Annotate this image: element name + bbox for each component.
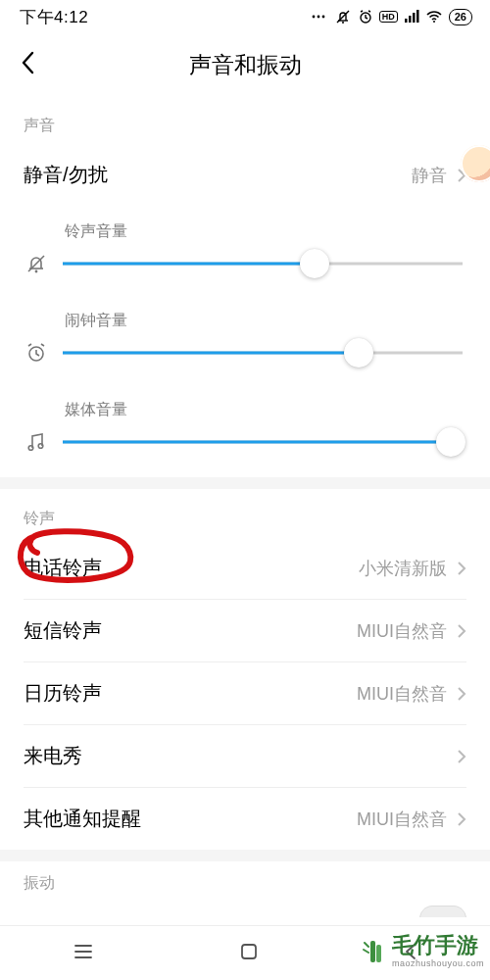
status-bar: 下午4:12 HD 26 xyxy=(0,0,490,33)
section-gap xyxy=(0,477,490,489)
row-value-text: 小米清新版 xyxy=(359,557,447,580)
row-title: 电话铃声 xyxy=(24,555,102,581)
svg-point-3 xyxy=(342,22,344,24)
row-value xyxy=(457,749,466,764)
music-note-icon xyxy=(24,430,49,454)
row-value: MIUI自然音 xyxy=(357,619,466,643)
row-value-text: MIUI自然音 xyxy=(357,619,447,643)
alarm-clock-icon xyxy=(358,9,373,24)
chevron-right-icon xyxy=(457,749,466,764)
section-gap xyxy=(0,850,490,861)
row-phone-ringtone[interactable]: 电话铃声 小米清新版 xyxy=(0,537,490,599)
bell-mute-icon xyxy=(24,252,49,275)
svg-point-15 xyxy=(38,444,43,449)
assistant-avatar[interactable] xyxy=(461,145,490,182)
row-value: 小米清新版 xyxy=(359,557,466,580)
battery-indicator: 26 xyxy=(449,9,472,25)
nav-home-button[interactable] xyxy=(239,942,259,965)
slider-label: 媒体音量 xyxy=(65,400,463,420)
status-dots-icon xyxy=(311,12,328,22)
row-title: 静音/勿扰 xyxy=(24,162,108,188)
vibrate-mute-icon xyxy=(334,9,352,24)
nav-back-button[interactable] xyxy=(404,942,417,965)
svg-rect-19 xyxy=(242,945,256,958)
row-value-text: MIUI自然音 xyxy=(357,808,447,831)
row-title: 来电秀 xyxy=(24,743,82,769)
back-button[interactable] xyxy=(20,49,37,80)
svg-point-10 xyxy=(433,21,435,23)
svg-rect-7 xyxy=(409,16,412,23)
chevron-right-icon xyxy=(457,623,466,639)
page-title: 声音和振动 xyxy=(0,50,490,80)
slider-row-alarm: 闹钟音量 xyxy=(0,295,490,384)
row-calendar-ringtone[interactable]: 日历铃声 MIUI自然音 xyxy=(0,662,490,724)
row-title: 短信铃声 xyxy=(24,617,102,644)
slider-row-ringtone: 铃声音量 xyxy=(0,206,490,295)
svg-rect-6 xyxy=(405,19,408,23)
row-silent-dnd[interactable]: 静音/勿扰 静音 xyxy=(0,144,490,206)
nav-recent-button[interactable] xyxy=(73,943,94,964)
svg-point-14 xyxy=(28,446,33,451)
row-call-show[interactable]: 来电秀 xyxy=(0,725,490,787)
signal-bars-icon xyxy=(404,10,419,24)
row-vibration-cutoff[interactable] xyxy=(0,898,490,917)
chevron-right-icon xyxy=(457,686,466,702)
svg-rect-9 xyxy=(416,10,419,23)
page-header: 声音和振动 xyxy=(0,33,490,96)
row-value: MIUI自然音 xyxy=(357,808,466,831)
section-label-ringtone: 铃声 xyxy=(0,489,490,537)
svg-rect-8 xyxy=(413,13,416,23)
row-value: 静音 xyxy=(412,164,466,187)
row-title: 日历铃声 xyxy=(24,680,102,707)
signal-hd-icon: HD xyxy=(379,11,398,24)
row-value: MIUI自然音 xyxy=(357,682,466,706)
status-time: 下午4:12 xyxy=(20,6,88,28)
row-title: 其他通知提醒 xyxy=(24,806,141,832)
chevron-right-icon xyxy=(457,811,466,827)
row-value-text: MIUI自然音 xyxy=(357,682,447,706)
row-sms-ringtone[interactable]: 短信铃声 MIUI自然音 xyxy=(0,600,490,662)
wifi-icon xyxy=(425,10,443,24)
alarm-clock-icon xyxy=(24,341,49,365)
svg-point-1 xyxy=(317,16,319,19)
svg-point-2 xyxy=(321,16,324,19)
alarm-volume-slider[interactable] xyxy=(63,339,463,367)
row-other-notify[interactable]: 其他通知提醒 MIUI自然音 xyxy=(0,788,490,850)
status-icons: HD 26 xyxy=(311,9,472,25)
svg-point-0 xyxy=(312,16,315,19)
toggle-switch[interactable] xyxy=(419,906,466,917)
section-label-vibration: 振动 xyxy=(0,861,490,898)
slider-label: 铃声音量 xyxy=(65,221,463,242)
slider-label: 闹钟音量 xyxy=(65,311,463,331)
section-label-sound: 声音 xyxy=(0,96,490,144)
svg-point-11 xyxy=(35,270,38,273)
chevron-right-icon xyxy=(457,561,466,576)
ringtone-volume-slider[interactable] xyxy=(63,250,463,277)
slider-row-media: 媒体音量 xyxy=(0,384,490,477)
row-value-text: 静音 xyxy=(412,164,447,187)
system-nav-bar xyxy=(0,925,490,980)
media-volume-slider[interactable] xyxy=(63,428,463,456)
